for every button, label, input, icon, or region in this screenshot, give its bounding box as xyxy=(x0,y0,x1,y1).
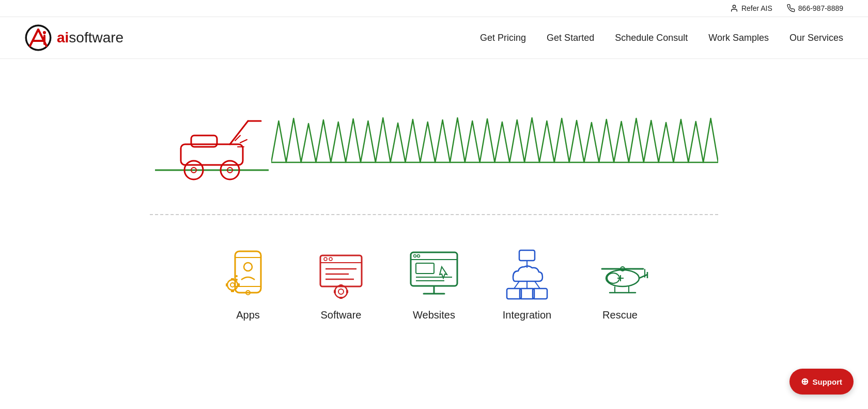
main-nav: Get Pricing Get Started Schedule Consult… xyxy=(480,33,843,43)
logo-text: aisoftware xyxy=(57,29,123,46)
logo-link[interactable]: aisoftware xyxy=(25,24,123,51)
rescue-icon xyxy=(592,246,648,303)
phone-link[interactable]: 866-987-8889 xyxy=(787,4,843,12)
apps-label: Apps xyxy=(236,309,260,321)
svg-rect-41 xyxy=(339,284,343,286)
person-icon xyxy=(730,4,738,12)
svg-rect-29 xyxy=(238,283,240,286)
integration-label: Integration xyxy=(503,309,552,321)
svg-line-63 xyxy=(639,275,647,278)
nav-work-samples[interactable]: Work Samples xyxy=(708,33,769,43)
service-integration[interactable]: Integration xyxy=(496,246,558,321)
phone-label: 866-987-8889 xyxy=(798,4,843,12)
nav-get-pricing[interactable]: Get Pricing xyxy=(480,33,526,43)
websites-icon xyxy=(406,246,462,303)
svg-rect-27 xyxy=(231,290,234,292)
svg-point-35 xyxy=(329,257,332,261)
svg-point-23 xyxy=(244,263,252,271)
svg-point-34 xyxy=(324,257,327,261)
rescue-label: Rescue xyxy=(602,309,638,321)
svg-point-0 xyxy=(733,5,735,8)
software-label: Software xyxy=(321,309,362,321)
logo-icon xyxy=(25,24,52,51)
hero-section xyxy=(0,59,868,214)
svg-line-56 xyxy=(514,281,519,289)
svg-line-58 xyxy=(535,281,540,289)
top-bar: Refer AIS 866-987-8889 xyxy=(0,0,868,17)
header: aisoftware Get Pricing Get Started Sched… xyxy=(0,17,868,59)
software-icon xyxy=(313,246,369,303)
service-rescue[interactable]: Rescue xyxy=(589,246,651,321)
websites-label: Websites xyxy=(413,309,455,321)
svg-rect-42 xyxy=(339,297,343,299)
service-software[interactable]: Software xyxy=(310,246,372,321)
svg-rect-8 xyxy=(191,135,217,147)
svg-point-30 xyxy=(236,275,238,277)
svg-point-31 xyxy=(236,279,238,281)
nav-get-started[interactable]: Get Started xyxy=(547,33,594,43)
services-section: Apps Software xyxy=(0,236,868,342)
lawnmower-illustration xyxy=(150,95,274,188)
svg-rect-26 xyxy=(231,278,234,280)
svg-rect-47 xyxy=(416,263,434,274)
phone-icon xyxy=(787,4,795,12)
service-websites[interactable]: Websites xyxy=(403,246,465,321)
svg-point-52 xyxy=(414,255,416,257)
section-divider xyxy=(150,214,718,215)
service-apps[interactable]: Apps xyxy=(217,246,279,321)
waveform-illustration xyxy=(271,95,718,188)
svg-rect-43 xyxy=(334,290,336,293)
nav-schedule-consult[interactable]: Schedule Consult xyxy=(615,33,688,43)
svg-rect-54 xyxy=(519,250,535,261)
svg-point-40 xyxy=(338,289,344,294)
refer-ais-link[interactable]: Refer AIS xyxy=(730,4,772,12)
animation-container xyxy=(150,95,718,188)
apps-icon xyxy=(220,246,276,303)
integration-icon xyxy=(499,246,555,303)
svg-point-39 xyxy=(335,285,347,298)
svg-point-24 xyxy=(227,280,238,290)
refer-ais-label: Refer AIS xyxy=(741,4,772,12)
svg-point-25 xyxy=(230,283,235,287)
svg-rect-44 xyxy=(346,290,348,293)
svg-line-16 xyxy=(240,140,247,143)
svg-point-4 xyxy=(43,31,46,34)
svg-point-53 xyxy=(417,255,420,257)
nav-our-services[interactable]: Our Services xyxy=(789,33,843,43)
svg-rect-28 xyxy=(226,283,228,286)
